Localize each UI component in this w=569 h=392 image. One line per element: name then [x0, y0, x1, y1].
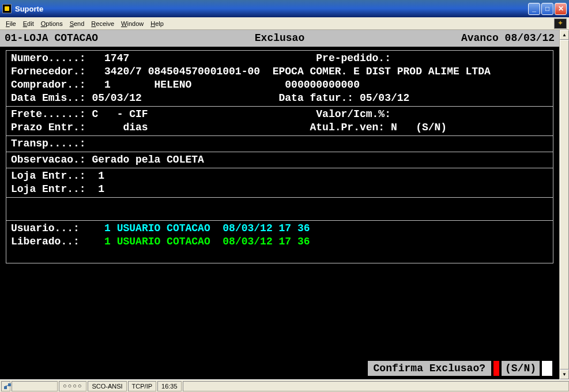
fornecedor-code: 3420/7 084504570001001-00 [104, 66, 260, 77]
menu-file[interactable]: File [2, 19, 20, 28]
prepedido-label: Pre-pedido.: [316, 52, 391, 64]
obs-value: Gerado pela COLETA [92, 154, 204, 165]
fornecedor-label: Fornecedor.: [11, 66, 86, 77]
comprador-name: HELENO [154, 79, 191, 91]
confirm-prompt: Confirma Exclusao? (S/N) [368, 361, 552, 376]
comprador-num: 1 [104, 79, 111, 91]
status-time: 16:35 [157, 381, 182, 391]
scroll-thumb[interactable] [560, 40, 569, 370]
usuario-label: Usuario...: [11, 223, 80, 234]
scroll-down-button[interactable]: ▼ [560, 370, 569, 379]
status-connection-icon [1, 381, 10, 391]
confirm-input[interactable] [542, 361, 552, 376]
screen-id: 01-LOJA COTACAO [5, 32, 98, 45]
close-button[interactable]: ✕ [555, 3, 567, 15]
frete-label: Frete......: [11, 108, 86, 120]
scroll-up-button[interactable]: ▲ [560, 30, 569, 40]
prazo-value: dias [123, 122, 148, 133]
section-user: Usuario...: 1 USUARIO COTACAO 08/03/12 1… [6, 221, 553, 263]
comprador-label: Comprador..: [11, 79, 86, 91]
screen-date: Avanco 08/03/12 [461, 32, 555, 45]
section-empty [6, 198, 553, 221]
liberado-label: Liberado..: [11, 236, 80, 247]
comprador-code: 000000000000 [285, 79, 360, 91]
loja2-label: Loja Entr..: [11, 183, 86, 195]
minimize-button[interactable]: _ [528, 3, 540, 15]
terminal-header: 01-LOJA COTACAO Exclusao Avanco 08/03/12 [0, 30, 559, 47]
confirm-sn-label: (S/N) [502, 361, 540, 376]
status-protocol: SCO-ANSI [88, 381, 126, 391]
section-transport: Transp.....: [6, 136, 553, 152]
maximize-button[interactable]: □ [541, 3, 553, 15]
liberado-name: USUARIO COTACAO [117, 236, 210, 247]
menu-receive[interactable]: Receive [88, 19, 118, 28]
liberado-num: 1 [104, 236, 111, 247]
numero-label: Numero.....: [11, 52, 86, 64]
usuario-datetime: 08/03/12 17 36 [223, 223, 310, 234]
menu-help[interactable]: Help [147, 19, 167, 28]
valoricm-label: Valor/Icm.%: [316, 108, 391, 120]
confirm-cursor-indicator [493, 361, 499, 376]
menu-bar: File Edit Options Send Receive Window He… [0, 17, 569, 30]
numero-value: 1747 [104, 52, 129, 64]
scroll-track[interactable] [560, 40, 569, 370]
window-title: Suporte [15, 5, 528, 13]
dataemis-label: Data Emis..: [11, 92, 86, 104]
terminal-frame: Numero.....: 1747 Pre-pedido.: Fornecedo… [6, 50, 553, 263]
loja1-value: 1 [98, 170, 104, 182]
menu-edit[interactable]: Edit [20, 19, 37, 28]
loja1-label: Loja Entr..: [11, 170, 86, 182]
confirm-text: Confirma Exclusao? [368, 361, 491, 376]
usuario-num: 1 [104, 223, 111, 234]
loja2-value: 1 [98, 183, 104, 195]
menu-options[interactable]: Options [37, 19, 66, 28]
fornecedor-name: EPOCA COMER. E DIST PROD ALIME LTDA [273, 66, 491, 77]
status-cell-filler [183, 381, 569, 391]
frete-value: C - CIF [92, 108, 148, 120]
section-observation: Observacao.: Gerado pela COLETA [6, 152, 553, 168]
atulpr-value: N (S/N) [391, 122, 447, 133]
vertical-scrollbar[interactable]: ▲ ▼ [559, 30, 569, 379]
atulpr-label: Atul.Pr.ven: [310, 122, 385, 133]
datafatur-label: Data fatur.: [279, 92, 354, 104]
section-loja: Loja Entr..: 1 Loja Entr..: 1 [6, 168, 553, 198]
svg-rect-1 [8, 383, 11, 386]
status-connection: TCP/IP [128, 381, 156, 391]
datafatur-value: 05/03/12 [360, 92, 409, 104]
prazo-label: Prazo Entr.: [11, 122, 86, 133]
dataemis-value: 05/03/12 [92, 92, 141, 104]
app-icon [2, 4, 12, 13]
section-shipping: Frete......: C - CIF Valor/Icm.%: Prazo … [6, 107, 553, 136]
menu-send[interactable]: Send [66, 19, 88, 28]
app-logo-icon [554, 18, 567, 29]
terminal-screen: 01-LOJA COTACAO Exclusao Avanco 08/03/12… [0, 30, 559, 379]
obs-label: Observacao.: [11, 154, 86, 165]
window-titlebar: Suporte _ □ ✕ [0, 0, 569, 17]
status-indicators: ○○○○ [59, 381, 86, 391]
usuario-name: USUARIO COTACAO [117, 223, 210, 234]
menu-window[interactable]: Window [118, 19, 147, 28]
liberado-datetime: 08/03/12 17 36 [223, 236, 310, 247]
transp-label: Transp.....: [11, 138, 86, 149]
status-bar: ○○○○ SCO-ANSI TCP/IP 16:35 [0, 379, 569, 392]
status-cell-empty [12, 381, 58, 391]
screen-mode: Exclusao [98, 32, 461, 45]
section-order-info: Numero.....: 1747 Pre-pedido.: Fornecedo… [6, 51, 553, 107]
svg-rect-0 [4, 386, 7, 389]
